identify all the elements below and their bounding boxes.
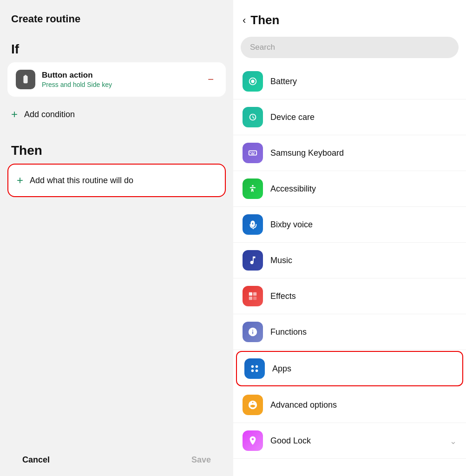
menu-item-apps[interactable]: Apps [236, 351, 463, 386]
add-routine-button[interactable]: + Add what this routine will do [7, 164, 226, 197]
svg-rect-10 [249, 292, 252, 296]
if-item-subtitle: Press and hold Side key [42, 81, 197, 88]
right-panel: ‹ Then Search BatteryDevice careSamsung … [233, 0, 466, 476]
advanced-options-label: Advanced options [270, 400, 457, 410]
button-action-icon [16, 70, 35, 89]
battery-icon [243, 71, 263, 92]
search-input[interactable]: Search [241, 37, 459, 58]
cancel-button[interactable]: Cancel [22, 455, 50, 465]
svg-rect-12 [249, 297, 252, 300]
functions-icon [243, 322, 263, 342]
accessibility-label: Accessibility [270, 184, 457, 194]
music-label: Music [270, 256, 457, 265]
add-condition-icon: + [11, 108, 18, 121]
menu-item-advanced-options[interactable]: Advanced options [233, 387, 466, 423]
left-header: Create routine [0, 0, 233, 33]
menu-item-device-care[interactable]: Device care [233, 99, 466, 135]
bixby-voice-icon [243, 214, 263, 235]
music-icon [243, 250, 263, 271]
good-lock-icon [243, 430, 263, 451]
menu-item-battery[interactable]: Battery [233, 64, 466, 99]
svg-point-9 [252, 185, 254, 187]
menu-item-music[interactable]: Music [233, 243, 466, 278]
save-button[interactable]: Save [191, 455, 211, 465]
if-item[interactable]: Button action Press and hold Side key − [7, 62, 226, 97]
menu-item-functions[interactable]: Functions [233, 314, 466, 350]
good-lock-chevron-icon: ⌃ [450, 436, 457, 446]
right-panel-title: Then [250, 13, 279, 27]
good-lock-label: Good Lock [270, 436, 442, 446]
svg-point-15 [256, 365, 258, 368]
svg-rect-0 [23, 76, 27, 84]
back-button[interactable]: ‹ [243, 14, 246, 26]
apps-label: Apps [272, 364, 455, 374]
effects-icon [243, 286, 263, 306]
advanced-options-icon [243, 395, 263, 415]
add-condition-label: Add condition [24, 110, 75, 119]
add-condition-button[interactable]: + Add condition [0, 99, 233, 130]
functions-label: Functions [270, 327, 457, 337]
svg-rect-13 [253, 297, 256, 300]
samsung-keyboard-label: Samsung Keyboard [270, 148, 457, 158]
apps-icon [244, 358, 265, 379]
menu-item-samsung-keyboard[interactable]: Samsung Keyboard [233, 135, 466, 171]
right-header: ‹ Then [233, 0, 466, 33]
menu-item-accessibility[interactable]: Accessibility [233, 171, 466, 207]
svg-point-16 [251, 370, 254, 372]
device-care-icon [243, 107, 263, 127]
then-section-label: Then [0, 134, 233, 162]
svg-point-3 [251, 79, 254, 83]
effects-label: Effects [270, 291, 457, 301]
left-panel: Create routine If Button action Press an… [0, 0, 233, 476]
then-section: Then + Add what this routine will do [0, 134, 233, 199]
menu-list: BatteryDevice careSamsung KeyboardAccess… [233, 64, 466, 476]
menu-item-bixby-voice[interactable]: Bixby voice [233, 207, 466, 243]
samsung-keyboard-icon [243, 143, 263, 163]
page-title: Create routine [11, 13, 80, 25]
if-item-text: Button action Press and hold Side key [42, 71, 197, 88]
add-routine-label: Add what this routine will do [30, 176, 133, 185]
svg-point-14 [251, 365, 254, 368]
battery-label: Battery [270, 77, 457, 86]
if-section-label: If [0, 33, 233, 60]
svg-rect-8 [251, 153, 254, 154]
svg-rect-11 [253, 292, 256, 296]
menu-item-effects[interactable]: Effects [233, 278, 466, 314]
svg-rect-1 [25, 75, 26, 76]
svg-point-17 [256, 370, 258, 372]
svg-rect-7 [254, 152, 255, 153]
device-care-label: Device care [270, 112, 457, 122]
left-footer: Cancel Save [0, 444, 233, 476]
remove-if-item-button[interactable]: − [204, 72, 217, 87]
add-routine-plus-icon: + [17, 174, 23, 187]
accessibility-icon [243, 178, 263, 199]
bixby-voice-label: Bixby voice [270, 220, 457, 230]
svg-rect-5 [250, 152, 251, 153]
menu-item-good-lock[interactable]: Good Lock⌃ [233, 423, 466, 459]
if-item-title: Button action [42, 71, 197, 80]
svg-rect-6 [252, 152, 253, 153]
